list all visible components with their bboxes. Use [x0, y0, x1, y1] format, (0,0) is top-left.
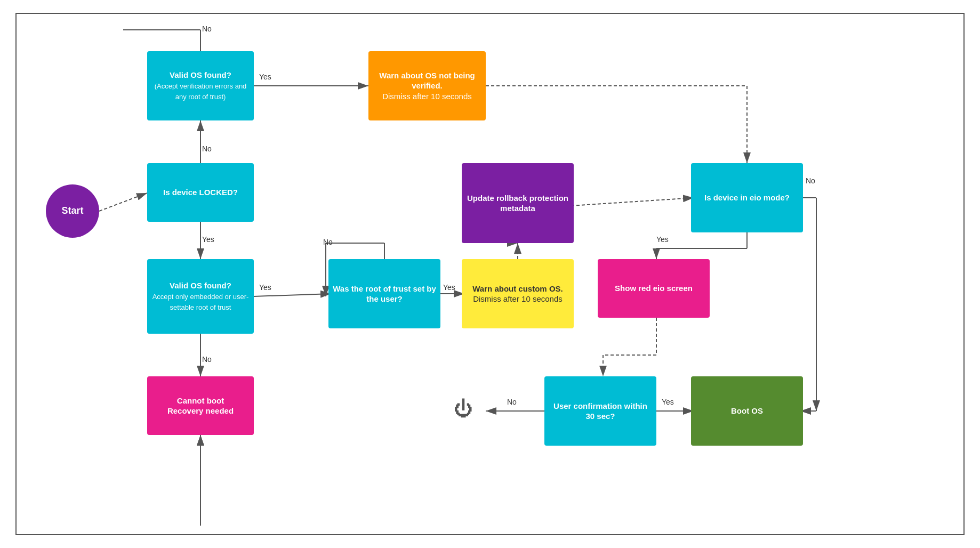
warn-custom-os-node: Warn about custom OS.Dismiss after 10 se… [462, 259, 574, 328]
label-yes-locked: Yes [202, 235, 214, 244]
label-no-confirm: No [507, 398, 517, 406]
label-yes-confirm: Yes [662, 398, 674, 406]
cannot-boot-node: Cannot bootRecovery needed [147, 376, 254, 435]
label-yes-eio: Yes [656, 235, 669, 244]
valid-os-locked-node: Valid OS found?Accept only embedded or u… [147, 259, 254, 334]
valid-os-unlocked-node: Valid OS found?(Accept verification erro… [147, 51, 254, 120]
label-no-locked-up: No [202, 144, 212, 153]
device-locked-node: Is device LOCKED? [147, 163, 254, 222]
label-no-eio: No [806, 176, 815, 185]
show-red-eio-node: Show red eio screen [598, 259, 710, 318]
eio-mode-node: Is device in eio mode? [691, 163, 803, 232]
start-node: Start [46, 184, 99, 238]
svg-line-23 [571, 198, 694, 206]
label-no-valid-locked: No [202, 355, 212, 364]
label-no-root: No [323, 238, 333, 246]
label-yes-root: Yes [443, 283, 455, 292]
svg-line-2 [99, 193, 147, 211]
label-no-top: No [202, 25, 212, 33]
warn-os-unverified-node: Warn about OS not being verified.Dismiss… [368, 51, 486, 120]
power-icon: ⏻ [454, 398, 473, 420]
boot-os-node: Boot OS [691, 376, 803, 446]
label-yes-valid-unlocked: Yes [259, 72, 271, 81]
root-of-trust-node: Was the root of trust set by the user? [328, 259, 440, 328]
update-rollback-node: Update rollback protection metadata [462, 163, 574, 243]
label-yes-valid-locked: Yes [259, 283, 271, 292]
svg-line-10 [254, 294, 331, 296]
diagram-container: Start Valid OS found?(Accept verificatio… [15, 13, 965, 535]
user-confirmation-node: User confirmation within 30 sec? [544, 376, 656, 446]
